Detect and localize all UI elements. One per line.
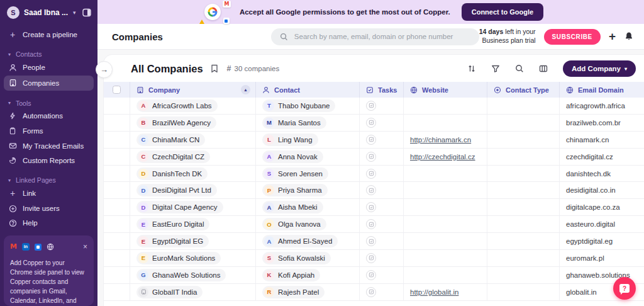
table-row[interactable]: E EgyptDigital EG A Ahmed El-Sayed egypt…	[104, 233, 644, 250]
row-checkbox-cell[interactable]	[104, 267, 130, 283]
contact-chip[interactable]: O Olga Ivanova	[262, 218, 326, 230]
add-task-icon[interactable]	[366, 202, 376, 212]
add-company-button[interactable]: Add Company▾	[563, 60, 636, 77]
sidebar-user-row[interactable]: S Saad Ibna ... ▾	[0, 0, 97, 25]
row-checkbox-cell[interactable]	[104, 98, 130, 114]
table-row[interactable]: A AfricaGrowth Labs T Thabo Ngubane afri…	[104, 98, 644, 115]
contact-chip[interactable]: S Sofia Kowalski	[262, 252, 331, 264]
add-task-icon[interactable]	[366, 169, 376, 179]
contact-chip[interactable]: M Maria Santos	[262, 116, 326, 129]
row-checkbox-cell[interactable]	[104, 132, 130, 148]
company-chip[interactable]: G GhanaWeb Solutions	[136, 269, 226, 281]
add-task-icon[interactable]	[366, 118, 376, 128]
row-checkbox-cell[interactable]	[104, 233, 130, 249]
table-row[interactable]: E EuroMark Solutions S Sofia Kowalski eu…	[104, 250, 644, 267]
table-row[interactable]: C ChinaMark CN L Ling Wang http://chinam…	[104, 132, 644, 149]
table-row[interactable]: D Digital Cape Agency A Aisha Mbeki digi…	[104, 199, 644, 216]
column-header-website[interactable]: Website	[404, 82, 487, 98]
column-header-tasks[interactable]: Tasks	[360, 82, 404, 98]
website-link[interactable]: http://czechdigital.cz	[410, 153, 475, 161]
column-header-contact-type[interactable]: Contact Type	[487, 82, 560, 98]
add-task-icon[interactable]	[366, 152, 376, 162]
company-chip[interactable]: D DanishTech DK	[136, 167, 208, 180]
sidebar-item-custom-reports[interactable]: Custom Reports	[4, 154, 94, 168]
add-task-icon[interactable]	[366, 270, 376, 280]
sidebar-item-my-tracked-emails[interactable]: My Tracked Emails	[4, 139, 94, 153]
collapse-sidebar-icon[interactable]	[82, 8, 91, 17]
columns-icon[interactable]	[539, 64, 548, 73]
sort-icon[interactable]	[467, 64, 476, 73]
row-checkbox-cell[interactable]	[104, 250, 130, 266]
table-row[interactable]: C CzechDigital CZ A Anna Novak http://cz…	[104, 149, 644, 166]
notifications-bell-icon[interactable]	[624, 31, 634, 42]
table-row[interactable]: D DanishTech DK S Soren Jensen danishtec…	[104, 166, 644, 183]
sidebar-section-tools[interactable]: ▾ Tools	[4, 99, 94, 107]
sidebar-item-automations[interactable]: Automations	[4, 110, 94, 123]
contact-chip[interactable]: L Ling Wang	[262, 133, 318, 146]
table-row[interactable]: D DesiDigital Pvt Ltd P Priya Sharma des…	[104, 182, 644, 199]
column-header-email-domain[interactable]: Email Domain	[560, 82, 644, 98]
close-icon[interactable]: ×	[83, 243, 87, 251]
row-checkbox-cell[interactable]	[104, 166, 130, 182]
website-link[interactable]: http://globalit.in	[410, 288, 458, 296]
sort-ascending-icon[interactable]: ▲	[241, 85, 250, 94]
add-new-icon[interactable]: +	[609, 30, 616, 42]
sidebar-item-create-pipeline[interactable]: + Create a pipeline	[4, 28, 94, 42]
filter-icon[interactable]	[491, 64, 500, 73]
sidebar-section-contacts[interactable]: ▾ Contacts	[4, 50, 94, 58]
add-task-icon[interactable]	[366, 135, 376, 145]
add-task-icon[interactable]	[366, 101, 376, 111]
company-chip[interactable]: GlobalIT India	[136, 286, 203, 298]
row-checkbox-cell[interactable]	[104, 149, 130, 165]
company-chip[interactable]: D Digital Cape Agency	[136, 201, 223, 213]
row-checkbox-cell[interactable]	[104, 182, 130, 198]
sidebar-section-linked-pages[interactable]: ▾ Linked Pages	[4, 176, 94, 184]
add-task-icon[interactable]	[366, 287, 376, 297]
company-chip[interactable]: D DesiDigital Pvt Ltd	[136, 184, 217, 196]
company-chip[interactable]: B BrazilWeb Agency	[136, 116, 216, 129]
help-fab-button[interactable]: ?	[613, 277, 636, 300]
add-task-icon[interactable]	[366, 253, 376, 263]
sidebar-item-help[interactable]: Help	[4, 216, 94, 230]
table-row[interactable]: E EastEuro Digital O Olga Ivanova easteu…	[104, 216, 644, 233]
sidebar-item-companies[interactable]: Companies	[4, 76, 94, 91]
connect-to-google-button[interactable]: Connect to Google	[462, 3, 543, 21]
contact-chip[interactable]: A Aisha Mbeki	[262, 201, 323, 213]
select-all-checkbox[interactable]	[113, 86, 121, 94]
company-chip[interactable]: E EgyptDigital EG	[136, 235, 209, 247]
column-header-contact[interactable]: Contact	[256, 82, 360, 98]
contact-chip[interactable]: S Soren Jensen	[262, 167, 328, 180]
contact-chip[interactable]: T Thabo Ngubane	[262, 99, 335, 112]
sidebar-item-people[interactable]: People	[4, 60, 94, 74]
sidebar-item-invite-users[interactable]: Invite users	[4, 201, 94, 215]
add-task-icon[interactable]	[366, 185, 376, 195]
contact-chip[interactable]: A Ahmed El-Sayed	[262, 235, 338, 247]
add-task-icon[interactable]	[366, 236, 376, 246]
company-chip[interactable]: C ChinaMark CN	[136, 133, 205, 146]
contact-chip[interactable]: R Rajesh Patel	[262, 286, 325, 298]
row-checkbox-cell[interactable]	[104, 284, 130, 300]
contact-chip[interactable]: P Priya Sharma	[262, 184, 328, 196]
table-row[interactable]: B BrazilWeb Agency M Maria Santos brazil…	[104, 115, 644, 132]
sidebar-item-forms[interactable]: Forms	[4, 124, 94, 138]
website-link[interactable]: http://chinamark.cn	[410, 136, 471, 144]
company-chip[interactable]: C CzechDigital CZ	[136, 150, 210, 163]
row-checkbox-cell[interactable]	[104, 115, 130, 131]
add-task-icon[interactable]	[366, 219, 376, 229]
sidebar-item-link[interactable]: + Link	[4, 186, 94, 200]
subscribe-button[interactable]: SUBSCRIBE	[544, 29, 601, 45]
table-row[interactable]: G GhanaWeb Solutions K Kofi Appiah ghana…	[104, 267, 644, 284]
contact-chip[interactable]: A Anna Novak	[262, 150, 323, 163]
search-icon[interactable]	[515, 64, 524, 73]
row-checkbox-cell[interactable]	[104, 199, 130, 215]
bookmark-icon[interactable]	[211, 64, 218, 73]
column-header-company[interactable]: Company ▲	[130, 82, 256, 98]
contact-chip[interactable]: K Kofi Appiah	[262, 269, 320, 281]
row-checkbox-cell[interactable]	[104, 216, 130, 232]
search-input[interactable]: Search by name, email, domain or phone n…	[271, 28, 479, 45]
company-chip[interactable]: A AfricaGrowth Labs	[136, 99, 218, 112]
company-chip[interactable]: E EuroMark Solutions	[136, 252, 221, 264]
collapse-arrow-button[interactable]: →	[96, 61, 113, 78]
table-row[interactable]: GlobalIT India R Rajesh Patel http://glo…	[104, 284, 644, 301]
company-chip[interactable]: E EastEuro Digital	[136, 218, 209, 230]
